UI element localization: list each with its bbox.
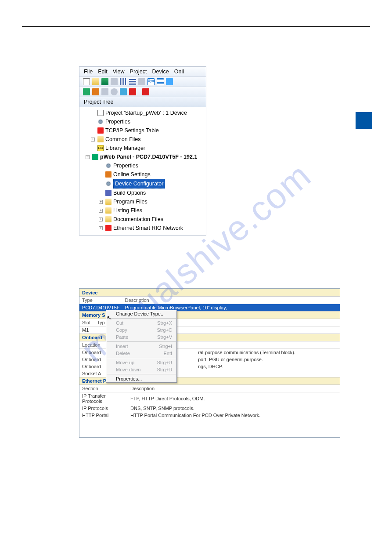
empty-area [79,419,340,437]
ctx-movedown: Move downStrg+D [106,366,176,373]
tree-build[interactable]: Build Options [83,189,206,197]
disabled-icon [111,78,118,85]
tree-label-selected: Device Configurator [113,179,165,189]
expand-icon[interactable]: + [91,138,95,141]
tree-label: Common Files [105,135,141,144]
refresh-icon [101,88,108,95]
folder-icon [105,216,111,222]
folder-icon [97,136,104,142]
tree-label: Library Manager [105,144,145,152]
tree-label: Documentation Files [113,215,163,224]
collapse-icon[interactable]: − [86,155,90,159]
page-side-tab [356,112,372,129]
device-table[interactable]: TypeDescription PCD7.D410VT5FProgrammabl… [79,297,340,311]
tree-label: Build Options [113,189,146,197]
online-icon [105,171,111,178]
toolbar-1: Sym [79,76,206,87]
tree-libmgr[interactable]: LIBLibrary Manager [83,144,206,152]
ctx-moveup: Move upStrg+U [106,359,176,366]
gear-icon [105,163,111,169]
tree-label: pWeb Panel - PCD7.D410VT5F - 192.1 [100,152,197,161]
col-desc: Description [122,297,340,304]
menu-project[interactable]: Project [130,69,147,75]
toolbar-2 [79,87,206,97]
page-rule-top [22,26,370,27]
tool-icon[interactable] [138,78,145,85]
tree-dev-props[interactable]: Properties [83,161,206,170]
tree-doc[interactable]: +Documentation Files [83,215,206,224]
tree-devcfg[interactable]: Device Configurator [83,179,206,189]
tree-tcpip[interactable]: TCP/IP Settings Table [83,126,206,135]
ethernet-table[interactable]: SectionDescription IP Transfer Protocols… [79,385,340,419]
tree-root[interactable]: Project 'Startup_pWeb' : 1 Device [83,109,206,117]
ctx-cut: CutStrg+X [106,319,176,326]
section-device: Device [79,289,340,297]
chip-icon[interactable] [166,78,173,85]
tree-label: Properties [105,117,130,126]
bug-icon[interactable] [129,88,136,95]
tree-device[interactable]: −pWeb Panel - PCD7.D410VT5F - 192.1 [83,152,206,161]
menu-view[interactable]: View [113,69,125,75]
tree-label: Listing Files [113,206,142,215]
menu-device[interactable]: Device [152,69,169,75]
separator [107,374,176,374]
panel-title: Project Tree [79,97,206,107]
table-row[interactable]: HTTP PortalHTTP Portal Communication For… [79,412,340,419]
tree-label: Online Settings [113,170,151,179]
ctx-change-device[interactable]: Change Device Type... [106,310,176,317]
tree-properties[interactable]: Properties [83,117,206,126]
expand-icon[interactable]: + [99,209,103,213]
grid2-icon[interactable] [129,78,136,85]
ctx-properties[interactable]: Properties... [106,375,176,382]
gear-icon [97,119,104,125]
download-icon[interactable] [92,88,99,95]
ctx-delete: DeleteEntf [106,350,176,357]
ctx-paste: PasteStrg+V [106,334,176,341]
project-tree[interactable]: Project 'Startup_pWeb' : 1 Device Proper… [79,107,206,235]
flag-icon[interactable] [142,88,149,95]
separator [107,341,176,342]
sym-icon[interactable]: Sym [147,78,155,85]
table-header: TypeDescription [79,297,340,304]
expand-icon[interactable]: + [99,218,103,221]
net-icon [97,127,104,134]
tree-list[interactable]: +Listing Files [83,206,206,215]
menu-file[interactable]: FFileile [84,69,93,75]
col-type: Type [79,297,122,304]
tree-common[interactable]: +Common Files [83,135,206,144]
menu-bar: FFileile Edit View Project Device Onli [79,67,206,76]
new-icon[interactable] [83,78,90,85]
tree-eth[interactable]: +Ethernet Smart RIO Network [83,224,206,232]
table-row[interactable]: IP ProtocolsDNS, SNTP, SNMP protocols. [79,405,340,412]
tree-label: Project 'Startup_pWeb' : 1 Device [105,109,187,117]
cursor-icon: ↖ [106,314,113,322]
project-icon [97,110,104,116]
grid1-icon[interactable] [120,78,127,85]
monitor-icon[interactable] [120,88,127,95]
tree-prog[interactable]: +Program Files [83,197,206,206]
folder-icon [105,199,111,205]
ctx-insert: InsertStrg+I [106,343,176,350]
tree-label: Properties [113,161,138,170]
device-icon [92,154,98,160]
expand-icon[interactable]: + [99,200,103,204]
menu-online[interactable]: Onli [174,69,184,75]
table-row[interactable]: IP Transfer ProtocolsFTP, HTTP Direct Pr… [79,392,340,405]
context-menu: Change Device Type... CutStrg+X CopyStrg… [106,310,177,383]
tree-label: Program Files [113,197,147,206]
table-icon[interactable] [157,78,164,85]
tree-label: Ethernet Smart RIO Network [113,224,183,232]
tree-online[interactable]: Online Settings [83,170,206,179]
connect-icon[interactable] [83,88,90,95]
lib-icon: LIB [97,145,104,151]
gear-icon [105,181,111,187]
build-icon [105,190,111,196]
expand-icon[interactable]: + [99,226,103,230]
open-icon[interactable] [92,78,99,85]
menu-edit[interactable]: Edit [98,69,108,75]
net-icon [105,225,111,231]
separator [107,358,176,358]
table-header: SectionDescription [79,385,340,392]
save-all-icon[interactable] [101,78,108,85]
tree-label: TCP/IP Settings Table [105,126,159,135]
